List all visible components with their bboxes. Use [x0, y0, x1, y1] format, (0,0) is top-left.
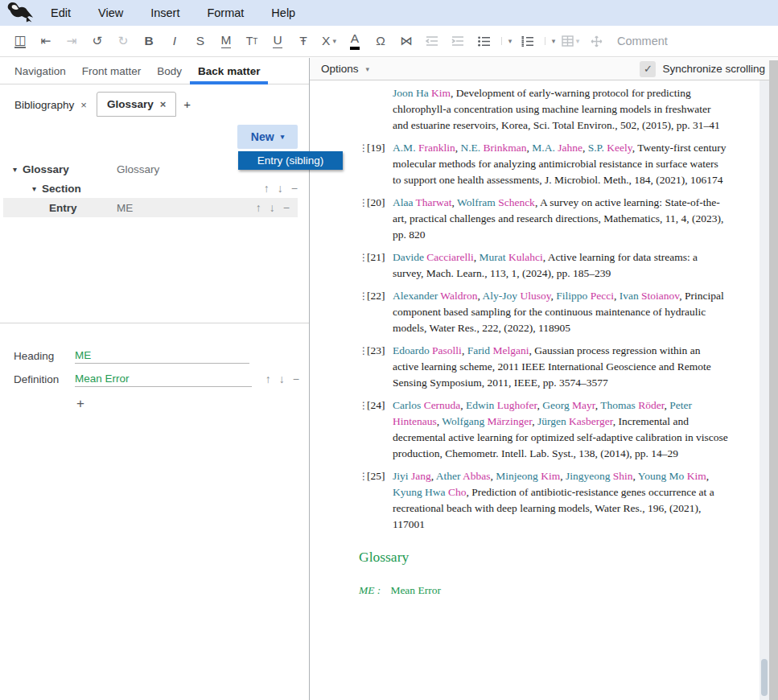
math-icon[interactable]: M: [213, 29, 239, 53]
bibliography-entry: ⋮[19]A.M. Franklin, N.E. Brinkman, M.A. …: [359, 140, 760, 188]
add-definition-button[interactable]: +: [76, 396, 88, 412]
drag-handle-icon[interactable]: ⋮: [359, 195, 367, 243]
reference-number: [19]: [367, 140, 393, 188]
reference-text: Edoardo Pasolli, Farid Melgani, Gaussian…: [393, 343, 729, 391]
bibliography-entry: ⋮[22]Alexander Waldron, Aly-Joy Ulusoy, …: [359, 288, 760, 336]
doc-tab-glossary[interactable]: Glossary×: [97, 92, 176, 117]
close-icon[interactable]: ×: [80, 99, 87, 111]
redo-icon[interactable]: ↻: [110, 29, 136, 53]
window-scrollbar[interactable]: [769, 60, 778, 700]
menu-item-entry-sibling[interactable]: Entry (sibling): [238, 151, 343, 170]
bold-icon[interactable]: B: [136, 29, 162, 53]
link-icon[interactable]: ⋈: [393, 29, 419, 53]
author-last-name: Lughofer: [494, 399, 537, 411]
move-down-icon[interactable]: ↓: [270, 201, 275, 214]
strikethrough-icon[interactable]: Ŧ: [290, 29, 316, 53]
drag-handle-icon[interactable]: ⋮: [359, 468, 367, 533]
doc-tab-bibliography[interactable]: Bibliography×: [5, 93, 97, 117]
go-end-icon[interactable]: ⇥: [59, 29, 84, 53]
author-last-name: Abbas: [460, 470, 490, 482]
strong-icon[interactable]: S: [187, 29, 213, 53]
new-button[interactable]: New▾: [237, 125, 298, 149]
indent-icon[interactable]: [445, 29, 471, 53]
underline-icon[interactable]: U: [265, 29, 290, 53]
author-first-name: Alaa: [393, 196, 413, 208]
drag-handle-icon[interactable]: ⋮: [359, 343, 367, 391]
go-start-icon[interactable]: ⇤: [33, 29, 59, 53]
author-first-name: A.M.: [393, 142, 416, 154]
move-down-icon[interactable]: ↓: [278, 182, 283, 195]
undo-icon[interactable]: ↺: [84, 29, 110, 53]
tree-node-value: ME: [117, 202, 133, 214]
font-size-icon[interactable]: TT: [239, 29, 265, 53]
bibliography-entry: Joon Ha Kim, Development of early-warnin…: [359, 85, 760, 134]
author-first-name: Georg: [542, 399, 570, 411]
menu-format[interactable]: Format: [193, 6, 257, 19]
options-label: Options: [321, 63, 359, 75]
check-icon: ✓: [644, 63, 652, 75]
numbered-list-icon[interactable]: [514, 29, 540, 53]
remove-icon[interactable]: −: [293, 373, 299, 385]
drag-handle-icon[interactable]: ⋮: [359, 249, 367, 282]
reference-number: [21]: [367, 249, 393, 282]
outdent-icon[interactable]: [419, 29, 445, 53]
remove-icon[interactable]: −: [283, 201, 290, 214]
menu-edit[interactable]: Edit: [37, 6, 84, 19]
tab-navigation[interactable]: Navigation: [6, 58, 74, 84]
drag-handle-icon[interactable]: ⋮: [359, 288, 367, 336]
reference-number: [23]: [367, 343, 393, 391]
tree-expand-icon[interactable]: ▾: [32, 184, 42, 193]
bullet-list-icon[interactable]: [471, 29, 496, 53]
style-icon[interactable]: X▾: [316, 29, 342, 53]
menu: EditViewInsertFormatHelp: [37, 6, 309, 19]
preview-scrollbar-thumb[interactable]: [761, 659, 768, 696]
numbered-list-menu-icon[interactable]: ▾: [540, 29, 558, 53]
drag-handle-icon[interactable]: ⋮: [359, 397, 367, 462]
tree-row-entry-selected[interactable]: Entry ME ↑ ↓ −: [3, 198, 298, 217]
move-down-icon[interactable]: ↓: [279, 373, 285, 385]
author-last-name: Keely: [604, 142, 632, 154]
add-tab-button[interactable]: +: [176, 92, 198, 117]
move-up-icon[interactable]: ↑: [256, 201, 261, 214]
comment-button[interactable]: Comment: [617, 35, 668, 47]
move-up-icon[interactable]: ↑: [266, 373, 271, 385]
definition-field-row: Definition Mean Error ↑ ↓ −: [0, 368, 309, 391]
sidebar-toggle-icon[interactable]: ◫: [7, 29, 33, 53]
author-first-name: Davide: [393, 251, 424, 263]
menu-view[interactable]: View: [84, 6, 137, 19]
move-icon[interactable]: [583, 29, 609, 53]
symbol-icon[interactable]: Ω: [368, 29, 393, 53]
remove-icon[interactable]: −: [291, 182, 298, 195]
tab-body[interactable]: Body: [149, 58, 190, 84]
drag-handle-icon[interactable]: ⋮: [359, 140, 367, 188]
menu-help[interactable]: Help: [257, 6, 309, 19]
definition-input[interactable]: Mean Error: [75, 373, 252, 387]
reference-text: Jiyi Jang, Ather Abbas, Minjeong Kim, Ji…: [393, 468, 729, 533]
heading-input[interactable]: ME: [75, 349, 249, 364]
author-first-name: Carlos: [393, 399, 421, 411]
author-last-name: Brinkman: [480, 142, 526, 154]
move-up-icon[interactable]: ↑: [264, 182, 270, 195]
table-icon[interactable]: ▾: [558, 29, 583, 53]
sync-scrolling-checkbox[interactable]: ✓: [640, 61, 656, 77]
document-preview[interactable]: Joon Ha Kim, Development of early-warnin…: [310, 80, 760, 700]
entry-editor-form: Heading ME Definition Mean Error ↑ ↓ − +: [0, 323, 309, 412]
close-icon[interactable]: ×: [160, 98, 167, 110]
color-icon[interactable]: A: [342, 29, 368, 53]
options-button[interactable]: Options▾: [321, 63, 369, 75]
bullet-list-menu-icon[interactable]: ▾: [496, 29, 514, 53]
tab-front-matter[interactable]: Front matter: [74, 58, 150, 84]
author-first-name: Edoardo: [393, 344, 430, 356]
glossary-entry-line: ME :Mean Error: [359, 583, 760, 599]
author-last-name: Kasberger: [566, 415, 613, 427]
menu-insert[interactable]: Insert: [137, 6, 193, 19]
tab-back-matter[interactable]: Back matter: [190, 58, 268, 84]
italic-icon[interactable]: I: [162, 29, 187, 53]
glossary-term: ME :: [359, 584, 381, 596]
author-last-name: Kulahci: [506, 251, 543, 263]
tree-row-section[interactable]: ▾ Section ↑ ↓ −: [0, 179, 309, 198]
preview-scrollbar[interactable]: [759, 80, 769, 700]
heading-field-label: Heading: [14, 350, 75, 362]
author-first-name: Murat: [480, 251, 506, 263]
tree-expand-icon[interactable]: ▾: [13, 165, 23, 174]
